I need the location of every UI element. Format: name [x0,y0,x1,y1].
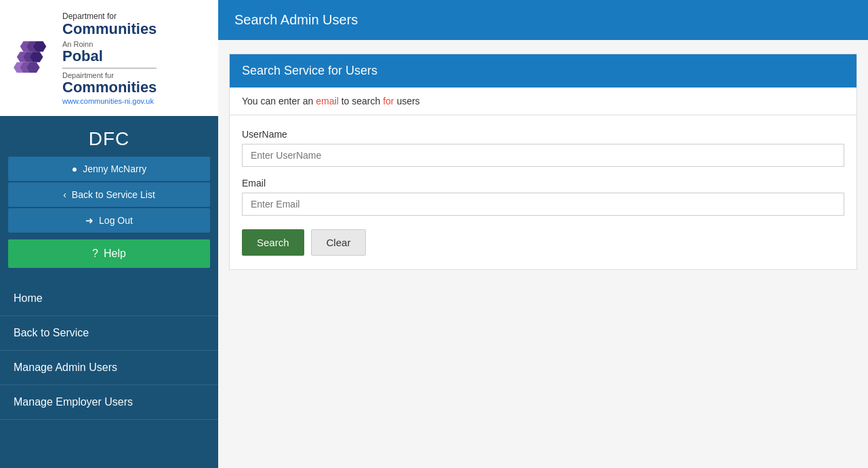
user-name-label: Jenny McNarry [83,163,146,174]
email-label: Email [242,178,844,189]
username-input[interactable] [242,144,844,167]
page-title: Search Admin Users [234,12,358,27]
search-button[interactable]: Search [242,229,304,256]
nav-back-to-service-label: Back to Service [14,327,89,338]
nav-home-label: Home [14,292,43,304]
log-out-button[interactable]: ➜ Log Out [8,208,210,233]
sidebar-item-manage-employer-users[interactable]: Manage Employer Users [0,385,218,420]
help-label: Help [104,248,126,260]
search-card-title: Search Service for Users [242,64,377,77]
help-icon: ? [92,248,98,260]
page-header: Search Admin Users [218,0,868,40]
search-card: Search Service for Users You can enter a… [229,54,857,270]
logo-divider [62,68,157,69]
info-text: You can enter an email to search for use… [242,96,420,106]
username-label: UserName [242,129,844,140]
website-label: www.communities-ni.gov.uk [62,97,157,105]
log-out-label: Log Out [99,215,133,226]
nav-menu: Home Back to Service Manage Admin Users … [0,281,218,420]
button-row: Search Clear [242,229,844,256]
search-card-header: Search Service for Users [230,54,856,87]
commonities-label: Commonities [62,79,157,96]
content-area: Search Service for Users You can enter a… [218,40,868,284]
email-group: Email [242,178,844,216]
form-section: UserName Email Search Clear [230,115,856,269]
sidebar-item-manage-admin-users[interactable]: Manage Admin Users [0,351,218,385]
clear-button[interactable]: Clear [311,229,367,256]
pobal-label: Pobal [62,48,157,64]
clear-button-label: Clear [327,237,351,248]
sidebar: Department for Communities An Roinn Poba… [0,0,218,468]
sidebar-item-home[interactable]: Home [0,281,218,316]
info-bar: You can enter an email to search for use… [230,87,856,115]
logo-icon [14,38,53,80]
logout-icon: ➜ [85,215,94,226]
main-content: Search Admin Users Search Service for Us… [218,0,868,468]
logo-text: Department for Communities An Roinn Poba… [62,12,157,105]
nav-manage-employer-label: Manage Employer Users [14,396,133,408]
back-icon: ‹ [63,189,66,200]
user-icon: ● [72,163,77,174]
nav-manage-admin-label: Manage Admin Users [14,362,117,373]
back-to-service-list-button[interactable]: ‹ Back to Service List [8,182,210,207]
user-buttons: ● Jenny McNarry ‹ Back to Service List ➜… [0,157,218,233]
sidebar-item-back-to-service[interactable]: Back to Service [0,316,218,351]
back-to-service-list-label: Back to Service List [72,189,155,200]
user-profile-button[interactable]: ● Jenny McNarry [8,157,210,181]
dfc-title: DFC [0,116,218,157]
help-button[interactable]: ? Help [8,239,210,268]
search-button-label: Search [257,237,289,248]
email-input[interactable] [242,193,844,216]
username-group: UserName [242,129,844,167]
depairtment-label: Depairtment fur [62,71,157,79]
communities-label: Communities [62,21,157,37]
logo-section: Department for Communities An Roinn Poba… [0,0,218,116]
